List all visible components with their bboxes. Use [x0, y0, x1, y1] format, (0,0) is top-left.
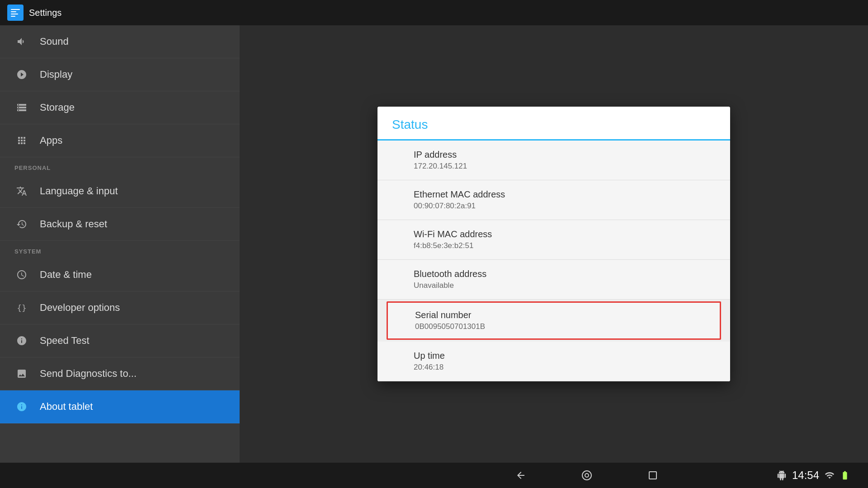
status-label-uptime: Up time [414, 351, 694, 361]
developer-icon: {} [14, 300, 29, 315]
section-personal: PERSONAL [0, 157, 240, 175]
status-value-uptime: 20:46:18 [414, 363, 694, 372]
sidebar-item-backup-reset[interactable]: Backup & reset [0, 208, 240, 241]
sidebar-item-language-label: Language & input [40, 185, 118, 197]
sidebar-item-language-input[interactable]: Language & input [0, 175, 240, 208]
app-title: Settings [29, 8, 61, 18]
sidebar-item-send-diagnostics[interactable]: Send Diagnostics to... [0, 357, 240, 390]
backup-icon [14, 217, 29, 231]
dialog-content[interactable]: IP address 172.20.145.121 Ethernet MAC a… [377, 141, 730, 381]
status-value-ip: 172.20.145.121 [414, 162, 694, 171]
section-system: SYSTEM [0, 241, 240, 258]
status-label-wifi-mac: Wi-Fi MAC address [414, 229, 694, 239]
modal-overlay: Status IP address 172.20.145.121 Etherne… [240, 25, 868, 463]
recents-button[interactable] [647, 470, 658, 481]
svg-rect-1 [11, 11, 16, 12]
language-icon [14, 184, 29, 198]
sidebar-item-about-tablet[interactable]: About tablet [0, 390, 240, 423]
status-row-uptime: Up time 20:46:18 [377, 342, 730, 381]
display-icon [14, 67, 29, 82]
sidebar-item-apps-label: Apps [40, 135, 62, 146]
apps-icon [14, 133, 29, 148]
back-button[interactable] [515, 470, 526, 481]
dialog-title: Status [392, 117, 428, 131]
status-label-ethernet-mac: Ethernet MAC address [414, 189, 694, 200]
status-row-ip: IP address 172.20.145.121 [377, 141, 730, 180]
sidebar-item-diagnostics-label: Send Diagnostics to... [40, 368, 137, 380]
wifi-icon [825, 470, 835, 480]
status-row-ethernet-mac: Ethernet MAC address 00:90:07:80:2a:91 [377, 180, 730, 220]
status-row-bluetooth: Bluetooth address Unavailable [377, 260, 730, 300]
bottom-nav [397, 469, 777, 482]
sidebar-item-date-time[interactable]: Date & time [0, 258, 240, 291]
dialog-header: Status [377, 107, 730, 141]
svg-point-5 [585, 474, 589, 477]
time-display: 14:54 [792, 469, 819, 482]
content-area: Status IP address 172.20.145.121 Etherne… [240, 25, 868, 463]
app-icon [7, 5, 24, 21]
svg-rect-3 [11, 16, 15, 17]
main-layout: Sound Display Storage [0, 25, 868, 463]
svg-rect-0 [11, 9, 20, 10]
status-value-wifi-mac: f4:b8:5e:3e:b2:51 [414, 241, 694, 250]
sidebar-item-storage-label: Storage [40, 102, 75, 113]
sidebar-item-display[interactable]: Display [0, 58, 240, 91]
status-value-bluetooth: Unavailable [414, 281, 694, 290]
sidebar-item-backup-label: Backup & reset [40, 218, 107, 230]
speed-test-icon [14, 333, 29, 348]
status-dialog: Status IP address 172.20.145.121 Etherne… [377, 107, 730, 381]
storage-icon [14, 100, 29, 115]
sidebar-item-apps[interactable]: Apps [0, 124, 240, 157]
diagnostics-icon [14, 366, 29, 381]
sound-icon [14, 34, 29, 49]
sidebar-item-developer-options[interactable]: {} Developer options [0, 291, 240, 324]
svg-point-4 [582, 471, 591, 480]
sidebar-item-sound[interactable]: Sound [0, 25, 240, 58]
status-label-bluetooth: Bluetooth address [414, 269, 694, 279]
sidebar-item-speed-label: Speed Test [40, 335, 90, 347]
sidebar-item-about-label: About tablet [40, 401, 93, 413]
sidebar-item-sound-label: Sound [40, 36, 69, 47]
date-icon [14, 267, 29, 282]
sidebar-item-storage[interactable]: Storage [0, 91, 240, 124]
battery-icon [840, 470, 850, 480]
bottom-bar: 14:54 [0, 463, 868, 488]
status-value-ethernet-mac: 00:90:07:80:2a:91 [414, 202, 694, 211]
sidebar-item-display-label: Display [40, 69, 72, 80]
home-button[interactable] [580, 469, 593, 482]
bottom-status: 14:54 [777, 469, 850, 482]
android-icon [777, 470, 787, 480]
status-value-serial: 0B0095050701301B [415, 322, 693, 331]
status-row-serial: Serial number 0B0095050701301B [387, 301, 721, 340]
sidebar-item-developer-label: Developer options [40, 302, 120, 314]
sidebar-item-date-label: Date & time [40, 269, 92, 281]
about-icon [14, 399, 29, 414]
status-label-serial: Serial number [415, 310, 693, 320]
status-row-wifi-mac: Wi-Fi MAC address f4:b8:5e:3e:b2:51 [377, 220, 730, 260]
top-bar: Settings [0, 0, 868, 25]
svg-rect-2 [11, 14, 18, 14]
sidebar-item-speed-test[interactable]: Speed Test [0, 324, 240, 357]
sidebar: Sound Display Storage [0, 25, 240, 463]
status-label-ip: IP address [414, 150, 694, 160]
